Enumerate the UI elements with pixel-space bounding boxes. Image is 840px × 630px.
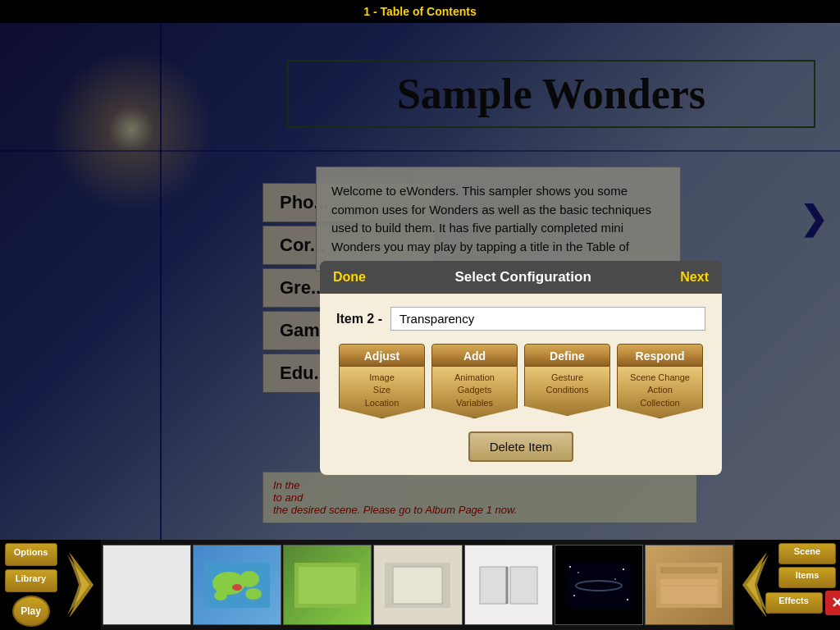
add-label: Add <box>431 344 518 367</box>
svg-point-3 <box>214 591 227 600</box>
item-label: Item 2 - <box>336 312 382 326</box>
modal-header: Done Select Configuration Next <box>320 261 722 294</box>
svg-point-5 <box>232 584 242 591</box>
select-configuration-modal: Done Select Configuration Next Item 2 - … <box>320 261 722 475</box>
library-button[interactable]: Library <box>5 569 57 592</box>
item-input[interactable] <box>390 307 705 331</box>
options-button[interactable]: Options <box>5 543 57 566</box>
item-row: Item 2 - <box>336 307 705 331</box>
svg-point-20 <box>614 578 615 579</box>
svg-point-21 <box>573 595 575 596</box>
bottom-toolbar: Options Library Play <box>0 540 840 630</box>
thumbnail-strip <box>101 540 735 630</box>
define-label: Define <box>524 344 610 367</box>
thumb-7[interactable] <box>645 545 733 625</box>
effects-button[interactable]: Effects <box>765 592 823 614</box>
top-bar: 1 - Table of Contents <box>0 0 840 23</box>
scene-button[interactable]: Scene <box>778 543 836 564</box>
adjust-desc: ImageSizeLocation <box>339 367 425 418</box>
left-buttons: Options Library Play <box>0 540 62 630</box>
svg-point-19 <box>623 568 624 570</box>
thumb-4[interactable] <box>373 545 462 625</box>
x-badge[interactable]: ✕ <box>825 591 841 615</box>
modal-title: Select Configuration <box>455 269 591 285</box>
items-button[interactable]: Items <box>778 567 836 588</box>
delete-item-button[interactable]: Delete Item <box>468 431 574 462</box>
thumb-1[interactable] <box>103 545 191 625</box>
thumb-5[interactable] <box>464 545 553 625</box>
add-desc: AnimationGadgetsVariables <box>431 367 518 418</box>
adjust-button[interactable]: Adjust ImageSizeLocation <box>339 344 425 418</box>
main-area: Sample Wonders Pho... Cor... Gre... Gam.… <box>0 23 840 540</box>
svg-rect-25 <box>660 579 718 604</box>
define-desc: GestureConditions <box>524 367 610 416</box>
svg-rect-12 <box>510 567 537 604</box>
respond-button[interactable]: Respond Scene ChangeActionCollection <box>617 344 703 418</box>
svg-point-2 <box>240 571 259 587</box>
add-button[interactable]: Add AnimationGadgetsVariables <box>431 344 518 418</box>
svg-point-18 <box>578 572 579 573</box>
thumb-2[interactable] <box>193 545 281 625</box>
play-button[interactable]: Play <box>12 596 50 627</box>
thumb-6[interactable] <box>555 545 643 625</box>
svg-rect-11 <box>480 567 507 604</box>
svg-point-1 <box>212 572 245 595</box>
svg-rect-24 <box>660 567 718 573</box>
svg-point-17 <box>569 566 571 568</box>
right-wing-icon <box>735 540 774 630</box>
right-buttons: Scene Items Effects ✕ <box>774 540 840 630</box>
svg-point-22 <box>627 599 628 600</box>
svg-rect-7 <box>299 567 356 604</box>
adjust-label: Adjust <box>339 344 425 367</box>
modal-body: Item 2 - Adjust ImageSizeLocation Add An… <box>320 294 722 475</box>
svg-rect-9 <box>393 567 442 604</box>
thumb-3[interactable] <box>283 545 372 625</box>
left-wing-icon <box>62 540 101 630</box>
respond-label: Respond <box>617 344 703 367</box>
top-bar-title: 1 - Table of Contents <box>363 5 476 18</box>
respond-desc: Scene ChangeActionCollection <box>617 367 703 418</box>
define-button[interactable]: Define GestureConditions <box>524 344 610 418</box>
done-button[interactable]: Done <box>333 270 366 285</box>
banner-buttons-row: Adjust ImageSizeLocation Add AnimationGa… <box>336 344 705 418</box>
next-button[interactable]: Next <box>680 270 709 285</box>
svg-point-4 <box>245 588 262 600</box>
